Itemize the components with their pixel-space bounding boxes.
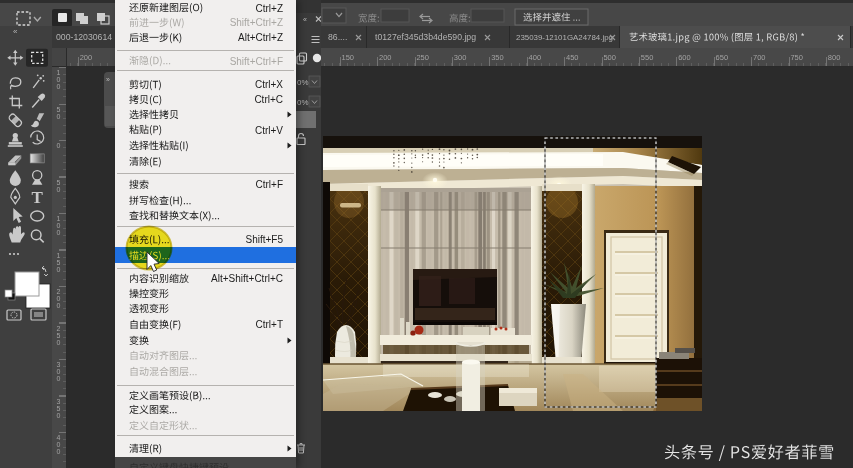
svg-text:0%: 0%: [297, 98, 309, 107]
svg-text:T: T: [32, 188, 44, 207]
svg-text:0%: 0%: [297, 78, 309, 87]
svg-text:«: «: [13, 27, 18, 36]
svg-text:«: «: [303, 16, 307, 23]
